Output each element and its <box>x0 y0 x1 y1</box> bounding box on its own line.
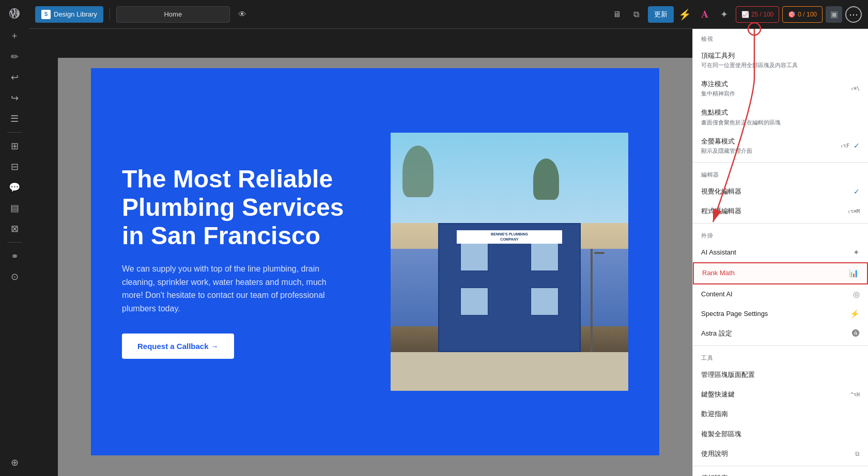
desktop-icon: 🖥 <box>613 10 621 19</box>
pages-button[interactable]: ⊟ <box>5 157 24 176</box>
site-button[interactable]: ⊙ <box>5 267 24 286</box>
fullscreen-mode-label: 全螢幕模式 <box>701 137 752 146</box>
spotlight-mode-desc: 畫面僅會聚焦於正在編輯的區塊 <box>701 119 781 126</box>
spectra-settings-label: Spectra Page Settings <box>701 309 768 319</box>
manage-blocks-item[interactable]: 管理區塊版面配置 <box>693 365 868 385</box>
callback-button[interactable]: Request a Callback → <box>122 334 234 359</box>
content-score-badge[interactable]: 🎯 0 / 100 <box>782 6 823 23</box>
code-editor-label: 程式碼編輯器 <box>701 207 741 216</box>
toolbar-right: 🖥 ⧉ 更新 ⚡ 𝐀 ✦ 📈 25 / 100 🎯 0 / 100 ▣ ⋯ <box>609 6 862 23</box>
code-editor-shortcut: ⇧⌥⌘M <box>847 209 860 214</box>
astra-plugin-button[interactable]: 𝐀 <box>696 6 713 23</box>
building-sign: BENNIE'S PLUMBINGCOMPANY <box>491 232 528 241</box>
rank-math-label: Rank Math <box>702 268 735 278</box>
rank-math-item[interactable]: Rank Math 📊 <box>693 262 868 284</box>
visual-editor-option[interactable]: 視覺化編輯器 ✓ <box>693 182 868 201</box>
content-score-value: 0 / 100 <box>798 11 817 18</box>
fullscreen-mode-right: ⇧⌥F ✓ <box>840 141 860 150</box>
divider-1 <box>693 162 868 163</box>
content-ai-item[interactable]: Content AI ◎ <box>693 284 868 304</box>
design-library-label: Design Library <box>54 10 97 18</box>
add-new-button[interactable]: ⊕ <box>5 453 24 472</box>
keyboard-shortcuts-right: ^⌥H <box>850 392 860 398</box>
help-item[interactable]: 使用說明 ⧉ <box>693 444 868 464</box>
sidebar-toggle-button[interactable]: ▣ <box>826 6 842 23</box>
target-icon: 🎯 <box>788 11 796 18</box>
top-toolbar: S Design Library 👁 🖥 ⧉ 更新 ⚡ 𝐀 ✦ 📈 25 / 1… <box>29 0 868 29</box>
manage-blocks-left: 管理區塊版面配置 <box>701 370 755 379</box>
astra-settings-right: 🅐 <box>852 329 860 338</box>
copy-all-blocks-item[interactable]: 複製全部區塊 <box>693 424 868 444</box>
spotlight-mode-left: 焦點模式 畫面僅會聚焦於正在編輯的區塊 <box>701 108 781 126</box>
desktop-view-button[interactable]: 🖥 <box>609 6 625 23</box>
hero-description: We can supply you with top of the line p… <box>122 262 339 315</box>
visual-editor-left: 視覺化編輯器 <box>701 187 741 196</box>
sparkle-plugin-button[interactable]: ✦ <box>716 6 733 23</box>
keyboard-shortcut-key: ^⌥H <box>850 392 860 398</box>
keyboard-shortcuts-item[interactable]: 鍵盤快速鍵 ^⌥H <box>693 385 868 404</box>
undo-button[interactable]: ↩ <box>5 68 24 87</box>
preferences-label: 偏好設定 <box>701 473 728 476</box>
content-ai-label: Content AI <box>701 290 733 299</box>
undo-icon: ↩ <box>11 72 19 83</box>
welcome-guide-item[interactable]: 歡迎指南 <box>693 404 868 424</box>
hide-preview-button[interactable]: 👁 <box>234 6 251 23</box>
bolt-plugin-button[interactable]: ⚡ <box>677 6 693 23</box>
fullscreen-mode-desc: 顯示及隱藏管理介面 <box>701 147 752 155</box>
list-icon: ☰ <box>10 113 19 124</box>
spotlight-mode-toggle[interactable]: 焦點模式 畫面僅會聚焦於正在編輯的區塊 <box>693 103 868 131</box>
seo-score-badge[interactable]: 📈 25 / 100 <box>736 6 779 23</box>
layout-button[interactable]: ▤ <box>5 199 24 217</box>
rank-math-right: 📊 <box>849 268 859 278</box>
copy-all-blocks-label: 複製全部區塊 <box>701 430 741 439</box>
comments-button[interactable]: 💬 <box>5 178 24 197</box>
focus-mode-toggle[interactable]: 專注模式 集中精神寫作 ⇧⌘\ <box>693 74 868 103</box>
blocks-panel-button[interactable]: ⊞ <box>5 137 24 155</box>
help-label: 使用說明 <box>701 449 728 458</box>
manage-blocks-label: 管理區塊版面配置 <box>701 370 755 379</box>
external-preview-button[interactable]: ⧉ <box>628 6 645 23</box>
content-ai-left: Content AI <box>701 290 733 299</box>
add-block-button[interactable]: + <box>5 27 24 45</box>
redo-button[interactable]: ↪ <box>5 89 24 107</box>
page-title-input[interactable] <box>116 6 230 23</box>
sidebar-bottom: ⊕ <box>5 453 24 472</box>
wordpress-logo[interactable] <box>5 4 24 23</box>
hero-section: The Most Reliable Plumbing Services in S… <box>91 68 659 455</box>
design-library-button[interactable]: S Design Library <box>35 6 103 23</box>
sidebar-divider-2 <box>7 242 22 243</box>
rank-math-left: Rank Math <box>702 268 735 278</box>
top-toolbar-toggle[interactable]: 頂端工具列 可在同一位置使用全部區塊及內容工具 <box>693 46 868 74</box>
welcome-guide-left: 歡迎指南 <box>701 409 728 419</box>
focus-mode-left: 專注模式 集中精神寫作 <box>701 80 735 98</box>
templates-button[interactable]: ⊠ <box>5 219 24 238</box>
add-icon: + <box>12 31 18 42</box>
astra-settings-item[interactable]: Astra 設定 🅐 <box>693 324 868 343</box>
ai-assistant-item[interactable]: AI Assistant ✦ <box>693 243 868 262</box>
edit-tool-button[interactable]: ✏ <box>5 47 24 66</box>
spectra-settings-item[interactable]: Spectra Page Settings ⚡ <box>693 304 868 324</box>
keyboard-shortcuts-label: 鍵盤快速鍵 <box>701 390 735 399</box>
hero-text-block: The Most Reliable Plumbing Services in S… <box>122 165 370 359</box>
divider-3 <box>693 345 868 346</box>
ai-assistant-right: ✦ <box>853 248 860 257</box>
comments-icon: 💬 <box>9 182 20 193</box>
spectra-settings-right: ⚡ <box>850 309 860 319</box>
fullscreen-mode-toggle[interactable]: 全螢幕模式 顯示及隱藏管理介面 ⇧⌥F ✓ <box>693 132 868 160</box>
spectra-settings-left: Spectra Page Settings <box>701 309 768 319</box>
update-button[interactable]: 更新 <box>648 6 674 23</box>
focus-mode-label: 專注模式 <box>701 80 735 89</box>
code-editor-option[interactable]: 程式碼編輯器 ⇧⌥⌘M <box>693 201 868 221</box>
more-options-button[interactable]: ⋯ <box>845 6 862 23</box>
patterns-button[interactable]: ⚭ <box>5 247 24 265</box>
tools-section-label: 工具 <box>693 348 868 365</box>
plugins-section-label: 外掛 <box>693 226 868 243</box>
pages-icon: ⊟ <box>11 161 19 172</box>
preferences-item[interactable]: 偏好設定 <box>693 468 868 476</box>
content-ai-right: ◎ <box>853 290 860 299</box>
astra-icon: 🅐 <box>852 329 860 338</box>
list-view-button[interactable]: ☰ <box>5 109 24 128</box>
astra-settings-label: Astra 設定 <box>701 329 732 338</box>
visual-editor-right: ✓ <box>854 187 860 196</box>
ai-assistant-left: AI Assistant <box>701 248 736 257</box>
